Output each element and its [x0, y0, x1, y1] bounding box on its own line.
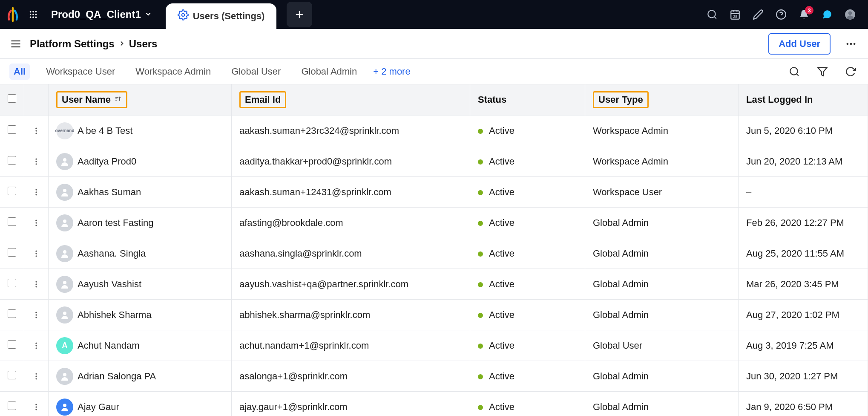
row-checkbox[interactable]	[8, 248, 16, 257]
svg-point-22	[848, 11, 852, 15]
row-menu-icon[interactable]	[32, 403, 40, 411]
add-tab-button[interactable]	[287, 2, 312, 27]
filter-tab-workspace-admin[interactable]: Workspace Admin	[131, 64, 215, 80]
row-checkbox[interactable]	[8, 340, 16, 349]
subheader: Platform Settings Users Add User	[0, 29, 868, 59]
user-type: Global User	[585, 330, 739, 361]
search-icon[interactable]	[704, 7, 720, 22]
filter-tab-workspace-user[interactable]: Workspace User	[42, 64, 119, 80]
nav-icon-group: 28 3	[704, 7, 863, 22]
profile-avatar-icon[interactable]	[842, 7, 858, 22]
svg-point-58	[63, 281, 66, 284]
filter-tab-all[interactable]: All	[9, 64, 30, 80]
select-all-header[interactable]	[0, 84, 24, 116]
select-all-checkbox[interactable]	[8, 94, 16, 103]
avatar	[56, 184, 73, 201]
svg-point-59	[35, 312, 37, 313]
breadcrumb-parent[interactable]: Platform Settings	[30, 38, 115, 50]
gear-icon	[178, 9, 189, 23]
status-dot-icon	[478, 251, 483, 257]
row-menu-icon[interactable]	[32, 280, 40, 289]
table-row[interactable]: AAchut Nandamachut.nandam+1@sprinklr.com…	[0, 330, 868, 361]
bell-icon[interactable]: 3	[796, 7, 812, 22]
search-icon[interactable]	[786, 64, 802, 80]
table-row[interactable]: Aayush Vashistaayush.vashist+qa@partner.…	[0, 269, 868, 300]
filter-tab-global-admin[interactable]: Global Admin	[297, 64, 361, 80]
table-header-row: User Name Email Id Status User Type Last…	[0, 84, 868, 116]
row-menu-icon[interactable]	[32, 157, 40, 166]
svg-line-30	[796, 74, 799, 76]
svg-line-13	[714, 17, 716, 19]
row-checkbox[interactable]	[8, 309, 16, 318]
client-name: Prod0_QA_Client1	[51, 9, 141, 20]
row-checkbox[interactable]	[8, 156, 16, 165]
status-dot-icon	[478, 221, 483, 226]
row-menu-icon[interactable]	[32, 341, 40, 350]
svg-point-55	[35, 281, 37, 282]
svg-point-68	[35, 378, 37, 379]
edit-icon[interactable]	[750, 7, 766, 22]
row-menu-icon[interactable]	[32, 311, 40, 319]
refresh-icon[interactable]	[842, 64, 859, 80]
table-row[interactable]: Adrian Salonga PAasalonga+1@sprinklr.com…	[0, 361, 868, 392]
user-status: Active	[489, 279, 514, 289]
column-header-login[interactable]: Last Logged In	[739, 84, 868, 116]
user-type: Global Admin	[585, 269, 739, 300]
row-checkbox[interactable]	[8, 402, 16, 410]
svg-point-1	[32, 11, 34, 13]
svg-point-42	[63, 158, 66, 162]
user-type: Workspace Admin	[585, 146, 739, 177]
column-header-username[interactable]: User Name	[49, 84, 232, 116]
avatar	[56, 245, 73, 262]
user-status: Active	[489, 125, 514, 136]
table-row[interactable]: Ajay Gaurajay.gaur+1@sprinklr.comActiveG…	[0, 392, 868, 416]
row-menu-icon[interactable]	[32, 372, 40, 381]
svg-point-26	[847, 43, 849, 45]
table-row[interactable]: Aakhas Sumanaakash.suman+12431@sprinklr.…	[0, 177, 868, 208]
avatar	[56, 276, 73, 293]
hamburger-icon[interactable]	[9, 37, 23, 51]
row-menu-icon[interactable]	[32, 219, 40, 227]
table-row[interactable]: Aashana. Singlaaashana.singla@sprinklr.c…	[0, 238, 868, 269]
svg-point-5	[35, 14, 37, 15]
tab-users-settings[interactable]: Users (Settings)	[166, 3, 277, 29]
more-actions-icon[interactable]	[842, 35, 859, 52]
column-header-status[interactable]: Status	[470, 84, 585, 116]
chat-icon[interactable]	[819, 7, 835, 22]
apps-grid-icon[interactable]	[26, 7, 41, 22]
svg-point-4	[32, 14, 34, 15]
filter-tab-global-user[interactable]: Global User	[227, 64, 285, 80]
avatar	[56, 214, 73, 231]
column-header-email[interactable]: Email Id	[232, 84, 470, 116]
client-selector[interactable]: Prod0_QA_Client1	[46, 9, 157, 20]
row-checkbox[interactable]	[8, 217, 16, 226]
table-row[interactable]: Aaditya Prod0aaditya.thakkar+prod0@sprin…	[0, 146, 868, 177]
calendar-icon[interactable]: 28	[727, 7, 743, 22]
svg-point-2	[35, 11, 37, 13]
row-menu-icon[interactable]	[32, 188, 40, 196]
table-row[interactable]: Aaron test Fastingafasting@brookdale.com…	[0, 208, 868, 238]
svg-point-29	[790, 67, 797, 75]
filter-more-link[interactable]: + 2 more	[373, 66, 410, 77]
row-checkbox[interactable]	[8, 125, 16, 134]
user-email: ajay.gaur+1@sprinklr.com	[232, 392, 470, 416]
row-checkbox[interactable]	[8, 187, 16, 195]
sort-asc-icon	[114, 95, 122, 105]
table-row[interactable]: Abhishek Sharmaabhishek.sharma@sprinklr.…	[0, 300, 868, 330]
add-user-button[interactable]: Add User	[768, 33, 831, 55]
user-email: asalonga+1@sprinklr.com	[232, 361, 470, 392]
column-header-type[interactable]: User Type	[585, 84, 739, 116]
row-checkbox[interactable]	[8, 371, 16, 379]
user-email: aayush.vashist+qa@partner.sprinklr.com	[232, 269, 470, 300]
table-row[interactable]: overnandA be 4 B Testaakash.suman+23rc32…	[0, 116, 868, 146]
help-icon[interactable]	[773, 7, 789, 22]
svg-point-64	[35, 345, 37, 346]
user-type: Workspace User	[585, 177, 739, 208]
filter-icon[interactable]	[814, 64, 831, 80]
row-checkbox[interactable]	[8, 279, 16, 287]
row-menu-header	[24, 84, 49, 116]
row-menu-icon[interactable]	[32, 127, 40, 135]
user-last-login: –	[739, 177, 868, 208]
row-menu-icon[interactable]	[32, 249, 40, 258]
user-last-login: Jan 9, 2020 6:50 PM	[739, 392, 868, 416]
